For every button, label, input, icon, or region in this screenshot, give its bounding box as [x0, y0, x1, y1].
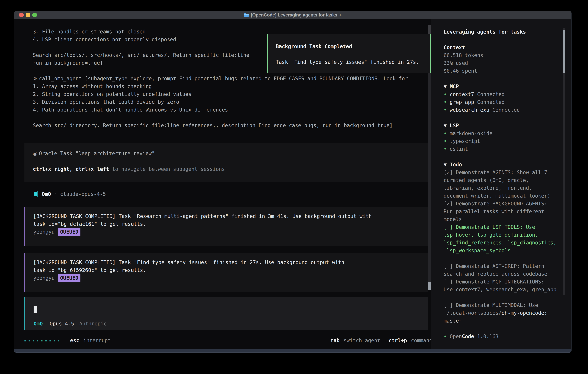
sidebar-line	[444, 293, 556, 301]
task-user: yeongyu	[33, 275, 55, 281]
sidebar-line	[444, 36, 556, 43]
section-header-todo[interactable]: ▼ Todo	[444, 161, 556, 168]
sidebar-panel: Leveraging agents for tasks Context66,51…	[431, 19, 571, 349]
sidebar-line	[444, 114, 556, 122]
terminal-line: 3. Division operations that could divide…	[33, 98, 408, 106]
todo-item-pending: search and replace across codebase	[444, 270, 556, 278]
todo-item-pending: Use context7, websearch_exa, grep_app	[444, 286, 556, 293]
session-title: Leveraging agents for tasks	[444, 28, 556, 36]
input-provider-name: Anthropic	[79, 320, 107, 328]
input-agent-name: OmO	[33, 320, 43, 328]
folder-icon	[244, 13, 249, 17]
task-user: yeongyu	[33, 229, 55, 235]
mcp-item: • websearch_exa Connected	[444, 106, 556, 114]
opencode-window: [OpenCode] Leveraging agents for tasks ◐…	[14, 11, 571, 353]
section-header-mcp[interactable]: ▼ MCP	[444, 83, 556, 90]
commands-key-hint: ctrl+p	[389, 337, 407, 344]
input-footer: OmO Opus 4.5 Anthropic	[33, 320, 107, 328]
terminal-line	[33, 114, 408, 122]
terminal-line: 2. String operations on potentially unde…	[33, 90, 408, 98]
mcp-item: • context7 Connected	[444, 90, 556, 98]
terminal-line: Search src/ directory. Return specific f…	[33, 122, 408, 129]
esc-key-hint: esc	[70, 337, 79, 344]
agent-separator: ·	[51, 190, 60, 198]
task-message-line: [BACKGROUND TASK COMPLETED] Task "Resear…	[33, 212, 428, 220]
oracle-nav-hint: ctrl+x right, ctrl+x left to navigate be…	[33, 165, 428, 173]
text-cursor	[33, 306, 37, 313]
terminal-line: 1. Array access without bounds checking	[33, 83, 408, 90]
titlebar[interactable]: [OpenCode] Leveraging agents for tasks ◐	[14, 11, 571, 19]
todo-item-active: lsp_workspace_symbols	[444, 247, 556, 254]
status-badge: QUEUED	[58, 228, 80, 236]
tab-key-hint: tab	[330, 337, 340, 344]
sidebar-line	[444, 75, 556, 83]
prompt-input[interactable]: OmO Opus 4.5 Anthropic	[24, 297, 428, 330]
context-header: Context	[444, 43, 556, 51]
todo-item-active: [ ] Demonstrate LSP TOOLS: Use	[444, 223, 556, 231]
sidebar-line	[444, 254, 556, 262]
status-bar: ▪▪▪▪▪▪▪▪▪ esc interrupt tab switch agent…	[24, 337, 435, 344]
status-badge: QUEUED	[58, 274, 80, 282]
sidebar-scrollbar-thumb[interactable]	[563, 30, 565, 73]
esc-key-label: interrupt	[83, 337, 111, 344]
input-model-name[interactable]: Opus 4.5	[50, 320, 74, 328]
todo-item-done: document-writer, multimodal-looker)	[444, 192, 556, 200]
sidebar-content: Leveraging agents for tasks Context66,51…	[444, 28, 556, 340]
background-task-message: [BACKGROUND TASK COMPLETED] Task "Resear…	[24, 207, 428, 246]
working-spinner: ▪▪▪▪▪▪▪▪▪	[24, 337, 62, 344]
mcp-item: • grep_app Connected	[444, 98, 556, 106]
todo-item-pending: [ ] Demonstrate MCP INTEGRATIONS:	[444, 278, 556, 286]
section-header-lsp[interactable]: ▼ LSP	[444, 122, 556, 129]
window-title: [OpenCode] Leveraging agents for tasks ◐	[14, 11, 571, 19]
oracle-task-title: ◉ Oracle Task "Deep architecture review"	[33, 150, 428, 157]
agent-model: claude-opus-4-5	[60, 190, 106, 198]
context-used: 33% used	[444, 59, 556, 67]
lsp-item: • eslint	[444, 145, 556, 153]
todo-item-done: [✓] Demonstrate AGENTS: Show all 7	[444, 168, 556, 176]
workspace-path: ~/local-workspaces/oh-my-opencode:	[444, 309, 556, 317]
window-bottom-strip	[14, 349, 571, 352]
todo-item-done: librarian, explore, frontend,	[444, 184, 556, 192]
todo-item-active: lsp_find_references, lsp_diagnostics,	[444, 239, 556, 247]
task-message-meta: yeongyuQUEUED	[33, 228, 428, 236]
oracle-task-box: ◉ Oracle Task "Deep architecture review"…	[24, 143, 428, 182]
context-spent: $0.46 spent	[444, 67, 556, 75]
agent-session-header: OmO · claude-opus-4-5	[33, 190, 106, 198]
lsp-item: • typescript	[444, 137, 556, 145]
todo-item-done: models	[444, 215, 556, 223]
main-scrollbar-top-segment[interactable]	[428, 25, 431, 34]
window-title-text: [OpenCode] Leveraging agents for tasks	[251, 12, 337, 18]
todo-item-pending: [ ] Demonstrate MULTIMODAL: Use	[444, 301, 556, 309]
terminal-line: ⚙ call_omo_agent [subagent_type=explore,…	[33, 75, 408, 83]
session-progress-icon: ◐	[339, 12, 342, 18]
todo-item-pending: [ ] Demonstrate AST-GREP: Pattern	[444, 262, 556, 270]
terminal-content: 3. File handles or streams not closed4. …	[14, 19, 571, 349]
context-tokens: 66,518 tokens	[444, 51, 556, 59]
sidebar-line	[444, 153, 556, 161]
sidebar-line	[444, 325, 556, 332]
todo-item-done: curated agents (OmO, oracle,	[444, 176, 556, 184]
background-task-message: [BACKGROUND TASK COMPLETED] Task "Find t…	[24, 253, 428, 292]
toast-title: Background Task Completed	[276, 42, 430, 50]
toast-body: Task "Find type safety issues" finished …	[276, 58, 430, 66]
record-icon: ◉	[33, 151, 39, 156]
todo-item-active: lsp_hover, lsp_goto_definition,	[444, 231, 556, 239]
omo-agent-icon	[33, 191, 38, 197]
workspace-branch: master	[444, 317, 556, 325]
task-message-line: task_id="bg_6f59260c" to get results.	[33, 266, 428, 274]
task-message-line: [BACKGROUND TASK COMPLETED] Task "Find t…	[33, 259, 428, 266]
todo-item-done: [✓] Demonstrate BACKGROUND AGENTS:	[444, 200, 556, 208]
task-message-meta: yeongyuQUEUED	[33, 274, 428, 282]
desktop-background: [OpenCode] Leveraging agents for tasks ◐…	[0, 0, 588, 374]
version-line: • OpenCode 1.0.163	[444, 332, 556, 340]
task-message-line: task_id="bg_dcfac161" to get results.	[33, 220, 428, 228]
agent-name: OmO	[42, 190, 51, 198]
lsp-item: • markdown-oxide	[444, 129, 556, 137]
tab-key-label: switch agent	[344, 337, 380, 344]
terminal-line: 4. Path operations that don't handle Win…	[33, 106, 408, 114]
background-task-toast: Background Task Completed Task "Find typ…	[267, 34, 431, 73]
todo-item-done: Run parallel tasks with different	[444, 208, 556, 215]
